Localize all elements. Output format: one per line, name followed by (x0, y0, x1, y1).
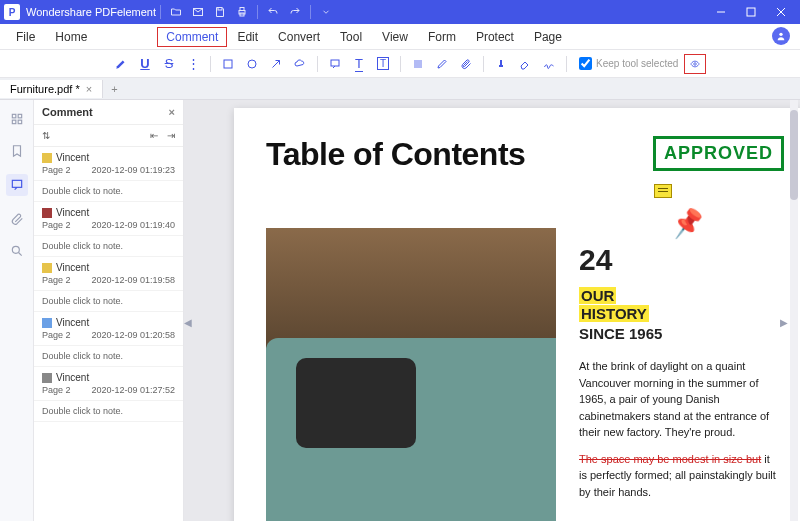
comment-entry[interactable]: VincentPage 22020-12-09 01:19:23 (34, 147, 183, 181)
pushpin-icon[interactable]: 📌 (670, 206, 706, 241)
oval-tool-icon[interactable] (241, 54, 263, 74)
rectangle-tool-icon[interactable] (217, 54, 239, 74)
since-text: SINCE 1965 (579, 325, 779, 342)
menu-tool[interactable]: Tool (330, 26, 372, 48)
highlight-history[interactable]: HISTORY (579, 305, 649, 322)
page-number: 24 (579, 243, 779, 277)
underline-tool-icon[interactable]: U (134, 54, 156, 74)
user-avatar-icon[interactable] (772, 27, 790, 45)
menu-file[interactable]: File (6, 26, 45, 48)
close-button[interactable] (766, 0, 796, 24)
svg-point-14 (694, 62, 697, 65)
signature-tool-icon[interactable] (538, 54, 560, 74)
comment-page: Page 2 (42, 165, 71, 175)
arrow-tool-icon[interactable] (265, 54, 287, 74)
keep-tool-label: Keep tool selected (596, 58, 678, 69)
comment-note-hint[interactable]: Double click to note. (34, 291, 183, 312)
keep-tool-input[interactable] (579, 57, 592, 70)
scroll-thumb[interactable] (790, 110, 798, 200)
attachment-tool-icon[interactable] (455, 54, 477, 74)
vertical-scrollbar[interactable] (790, 100, 798, 521)
area-highlight-icon[interactable] (407, 54, 429, 74)
maximize-button[interactable] (736, 0, 766, 24)
svg-rect-10 (224, 60, 232, 68)
comment-note-hint[interactable]: Double click to note. (34, 346, 183, 367)
caret-tool-icon[interactable]: ⋮ (182, 54, 204, 74)
redo-icon[interactable] (284, 6, 306, 18)
undo-icon[interactable] (262, 6, 284, 18)
sticky-note-icon[interactable] (654, 184, 672, 198)
comments-panel-icon[interactable] (6, 174, 28, 196)
menu-convert[interactable]: Convert (268, 26, 330, 48)
strikethrough-tool-icon[interactable]: S (158, 54, 180, 74)
thumbnails-icon[interactable] (8, 110, 26, 128)
search-panel-icon[interactable] (8, 242, 26, 260)
menu-comment[interactable]: Comment (157, 27, 227, 47)
highlight-tool-icon[interactable] (110, 54, 132, 74)
comment-entry[interactable]: VincentPage 22020-12-09 01:19:58 (34, 257, 183, 291)
collapse-icon[interactable]: ⇥ (167, 130, 175, 141)
folder-icon[interactable] (165, 6, 187, 18)
pencil-tool-icon[interactable] (431, 54, 453, 74)
right-splitter[interactable]: ▶ (780, 311, 788, 335)
tab-label: Furniture.pdf * (10, 83, 80, 95)
approved-stamp[interactable]: APPROVED (653, 136, 784, 171)
sort-icon[interactable]: ⇅ (42, 130, 50, 141)
svg-rect-3 (240, 8, 244, 11)
comment-note-hint[interactable]: Double click to note. (34, 181, 183, 202)
minimize-button[interactable] (706, 0, 736, 24)
app-title: Wondershare PDFelement (26, 6, 156, 18)
highlight-our[interactable]: OUR (579, 287, 616, 304)
bookmarks-icon[interactable] (8, 142, 26, 160)
comment-timestamp: 2020-12-09 01:19:58 (91, 275, 175, 285)
svg-rect-18 (18, 120, 22, 124)
typewriter-tool-icon[interactable]: T (348, 54, 370, 74)
comment-panel: Comment × ⇅ ⇤ ⇥ VincentPage 22020-12-09 … (34, 100, 184, 521)
attachments-panel-icon[interactable] (8, 210, 26, 228)
close-tab-icon[interactable]: × (86, 83, 92, 95)
comment-entry[interactable]: VincentPage 22020-12-09 01:27:52 (34, 367, 183, 401)
expand-icon[interactable]: ⇤ (150, 130, 158, 141)
svg-point-11 (248, 60, 256, 68)
comment-page: Page 2 (42, 330, 71, 340)
stamp-tool-icon[interactable] (490, 54, 512, 74)
comment-note-hint[interactable]: Double click to note. (34, 401, 183, 422)
menu-home[interactable]: Home (45, 26, 97, 48)
print-icon[interactable] (231, 6, 253, 18)
add-tab-button[interactable]: + (103, 83, 125, 95)
title-bar: P Wondershare PDFelement (0, 0, 800, 24)
paragraph-1: At the brink of daylight on a quaint Van… (579, 358, 779, 441)
left-splitter[interactable]: ◀ (184, 311, 192, 335)
note-tool-icon[interactable] (324, 54, 346, 74)
cloud-tool-icon[interactable] (289, 54, 311, 74)
svg-rect-12 (331, 60, 339, 66)
menu-form[interactable]: Form (418, 26, 466, 48)
comment-user: Vincent (56, 317, 89, 328)
comment-note-hint[interactable]: Double click to note. (34, 236, 183, 257)
comment-timestamp: 2020-12-09 01:19:23 (91, 165, 175, 175)
comment-page: Page 2 (42, 275, 71, 285)
menu-protect[interactable]: Protect (466, 26, 524, 48)
close-panel-icon[interactable]: × (169, 106, 175, 118)
mail-icon[interactable] (187, 6, 209, 18)
comment-type-icon (42, 208, 52, 218)
save-icon[interactable] (209, 6, 231, 18)
strikethrough-text[interactable]: The space may be modest in size but (579, 453, 761, 465)
eraser-tool-icon[interactable] (514, 54, 536, 74)
comment-entry[interactable]: VincentPage 22020-12-09 01:19:40 (34, 202, 183, 236)
comment-timestamp: 2020-12-09 01:19:40 (91, 220, 175, 230)
svg-rect-1 (218, 8, 222, 11)
hide-annotations-icon[interactable] (684, 54, 706, 74)
textbox-tool-icon[interactable]: T (372, 54, 394, 74)
comment-entry[interactable]: VincentPage 22020-12-09 01:20:58 (34, 312, 183, 346)
keep-tool-checkbox[interactable]: Keep tool selected (579, 57, 678, 70)
menu-view[interactable]: View (372, 26, 418, 48)
tab-furniture[interactable]: Furniture.pdf * × (0, 80, 103, 98)
document-canvas[interactable]: ◀ Table of Contents APPROVED 📌 24 OUR HI… (184, 100, 800, 521)
svg-rect-19 (12, 180, 21, 187)
comment-timestamp: 2020-12-09 01:20:58 (91, 330, 175, 340)
menu-page[interactable]: Page (524, 26, 572, 48)
comment-toolbar: U S ⋮ T T Keep tool selected (0, 50, 800, 78)
menu-edit[interactable]: Edit (227, 26, 268, 48)
chevron-down-icon[interactable] (315, 7, 337, 17)
